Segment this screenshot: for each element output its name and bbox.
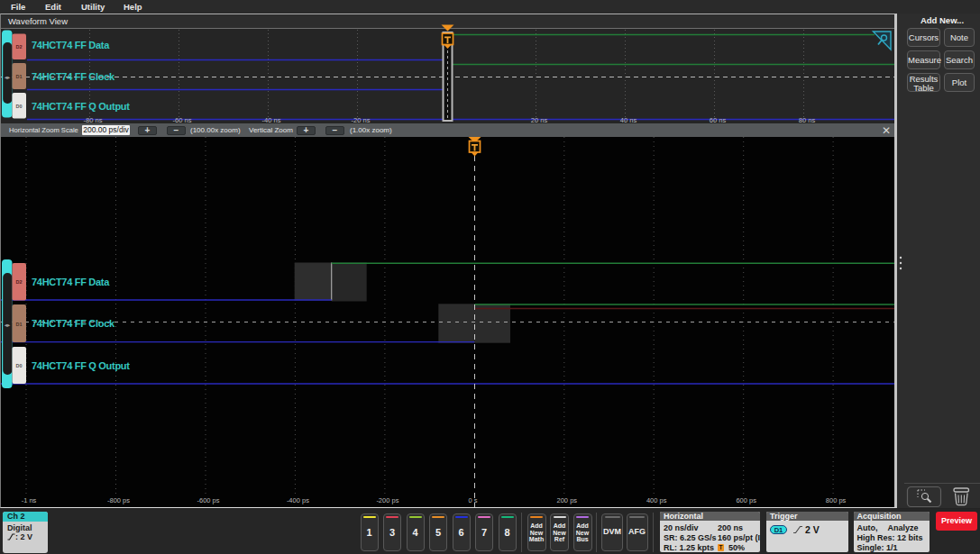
svg-text:0 s: 0 s — [468, 496, 477, 504]
svg-text:◂▸: ◂▸ — [5, 74, 11, 80]
svg-text:-1 ns: -1 ns — [22, 496, 37, 504]
svg-text:74HCT74 FF Q Output: 74HCT74 FF Q Output — [32, 101, 130, 112]
svg-text:-60 ns: -60 ns — [173, 116, 192, 124]
svg-text:-40 ns: -40 ns — [262, 116, 281, 124]
svg-text:74HCT74 FF Clock: 74HCT74 FF Clock — [32, 71, 115, 82]
svg-text:◂▸: ◂▸ — [5, 322, 11, 328]
svg-text:74HCT74 FF Data: 74HCT74 FF Data — [32, 277, 110, 287]
svg-text:-200 ps: -200 ps — [376, 496, 398, 504]
svg-text:-20 ns: -20 ns — [352, 116, 371, 124]
svg-text:-800 ps: -800 ps — [107, 496, 130, 504]
svg-text:D2: D2 — [15, 44, 22, 50]
svg-text:60 ns: 60 ns — [710, 116, 727, 124]
svg-text:400 ps: 400 ps — [646, 496, 667, 504]
svg-text:200 ps: 200 ps — [557, 496, 578, 504]
svg-text:20 ns: 20 ns — [531, 116, 548, 124]
svg-text:-400 ps: -400 ps — [287, 496, 309, 504]
svg-text:D1: D1 — [15, 322, 22, 327]
svg-text:D0: D0 — [15, 363, 22, 368]
svg-text:-80 ns: -80 ns — [84, 116, 103, 124]
svg-text:D1: D1 — [15, 74, 22, 79]
svg-text:80 ns: 80 ns — [799, 116, 816, 124]
svg-text:-600 ps: -600 ps — [197, 496, 219, 504]
svg-text:74HCT74 FF Q Output: 74HCT74 FF Q Output — [32, 360, 130, 371]
svg-text:D0: D0 — [15, 104, 22, 109]
svg-text:600 ps: 600 ps — [736, 496, 756, 504]
svg-text:74HCT74 FF Clock: 74HCT74 FF Clock — [32, 318, 115, 329]
svg-text:D2: D2 — [15, 279, 22, 285]
svg-text:74HCT74 FF Data: 74HCT74 FF Data — [32, 40, 110, 50]
svg-text:40 ns: 40 ns — [620, 116, 637, 124]
svg-text:800 ps: 800 ps — [826, 496, 847, 504]
